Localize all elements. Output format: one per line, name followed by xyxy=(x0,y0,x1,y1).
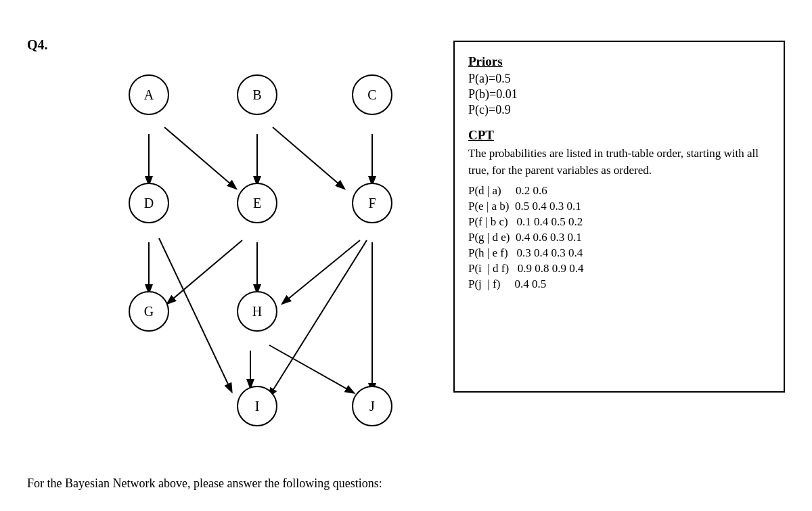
node-J: J xyxy=(352,386,392,426)
prior-a: P(a)=0.5 xyxy=(468,72,770,86)
svg-line-3 xyxy=(273,127,344,188)
node-C: C xyxy=(352,74,392,115)
svg-line-8 xyxy=(283,240,360,303)
prior-b: P(b)=0.01 xyxy=(468,87,770,102)
cpt-line-5: P(i | d f) 0.9 0.8 0.9 0.4 xyxy=(468,262,770,275)
cpt-line-4: P(h | e f) 0.3 0.4 0.3 0.4 xyxy=(468,246,770,260)
node-E: E xyxy=(237,183,277,223)
cpt-line-1: P(e | a b) 0.5 0.4 0.3 0.1 xyxy=(468,200,770,213)
page-container: Q4. xyxy=(0,0,812,511)
node-F: F xyxy=(352,183,392,223)
priors-title: Priors xyxy=(468,54,770,69)
node-G: G xyxy=(129,291,169,332)
graph-area: A B C D E F G H I J xyxy=(54,41,447,447)
cpt-line-6: P(j | f) 0.4 0.5 xyxy=(468,277,770,291)
cpt-line-3: P(g | d e) 0.4 0.6 0.3 0.1 xyxy=(468,231,770,244)
node-D: D xyxy=(129,183,169,223)
svg-line-6 xyxy=(168,240,242,303)
question-label: Q4. xyxy=(27,37,48,53)
svg-line-9 xyxy=(159,238,231,391)
svg-line-13 xyxy=(269,345,353,393)
cpt-title: CPT xyxy=(468,128,770,143)
svg-line-1 xyxy=(164,127,235,188)
node-A: A xyxy=(129,74,169,115)
prior-c: P(c)=0.9 xyxy=(468,103,770,117)
info-box: Priors P(a)=0.5 P(b)=0.01 P(c)=0.9 CPT T… xyxy=(453,41,785,393)
cpt-desc: The probabilities are listed in truth-ta… xyxy=(468,146,770,179)
cpt-line-0: P(d | a) 0.2 0.6 xyxy=(468,184,770,198)
node-B: B xyxy=(237,74,277,115)
node-H: H xyxy=(237,291,277,332)
cpt-line-2: P(f | b c) 0.1 0.4 0.5 0.2 xyxy=(468,215,770,229)
node-I: I xyxy=(237,386,277,426)
bottom-text: For the Bayesian Network above, please a… xyxy=(27,476,382,491)
